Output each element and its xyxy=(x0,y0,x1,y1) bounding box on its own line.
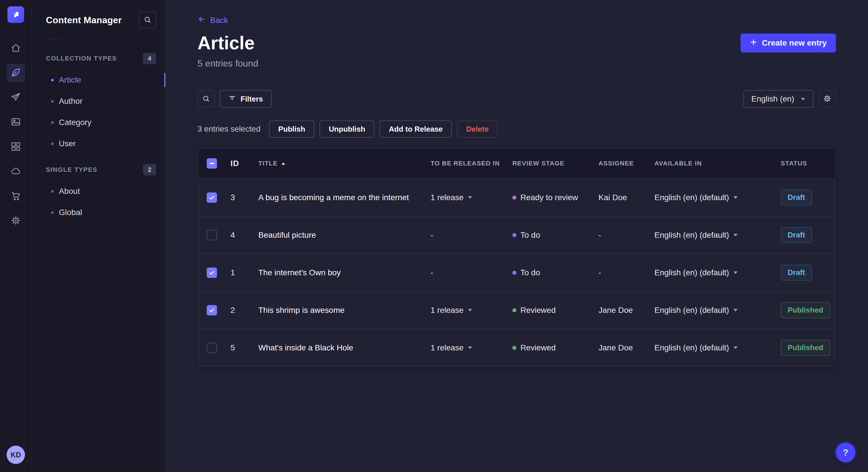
view-settings-button[interactable] xyxy=(818,90,836,107)
section-label: COLLECTION TYPES xyxy=(46,55,117,62)
nav-content-manager[interactable] xyxy=(7,64,25,82)
bullet-icon xyxy=(51,190,54,193)
strapi-logo[interactable] xyxy=(7,6,24,23)
cell-available-in[interactable]: English (en) (default) xyxy=(654,268,781,277)
row-checkbox[interactable] xyxy=(207,230,217,240)
gear-icon xyxy=(11,215,21,227)
table-body: 3 A bug is becoming a meme on the intern… xyxy=(198,178,835,366)
select-all-checkbox[interactable] xyxy=(207,158,217,169)
cell-available-in[interactable]: English (en) (default) xyxy=(654,231,781,240)
cell-id: 5 xyxy=(225,343,258,352)
table-row[interactable]: 5 What's inside a Black Hole 1 release R… xyxy=(198,329,835,366)
row-checkbox[interactable] xyxy=(207,305,217,315)
status-badge: Published xyxy=(781,340,830,356)
cell-available-in[interactable]: English (en) (default) xyxy=(654,306,781,315)
list-search-button[interactable] xyxy=(197,90,215,107)
row-checkbox[interactable] xyxy=(207,268,217,278)
locale-select[interactable]: English (en) xyxy=(743,90,813,108)
nav-transfer[interactable] xyxy=(7,88,25,107)
section-label: SINGLE TYPES xyxy=(46,166,97,173)
status-badge: Published xyxy=(781,302,830,318)
sidebar-item-about[interactable]: About xyxy=(32,181,165,202)
col-header-assignee[interactable]: ASSIGNEE xyxy=(598,160,654,167)
bulk-actions-bar: 3 entries selected Publish Unpublish Add… xyxy=(197,121,836,138)
section-collection-types: COLLECTION TYPES 4 Article Author Catego… xyxy=(32,53,165,154)
nav-marketplace[interactable] xyxy=(7,187,25,205)
cell-to-be-released-in[interactable]: - xyxy=(431,268,513,277)
status-badge: Draft xyxy=(781,265,812,281)
col-header-review-stage[interactable]: REVIEW STAGE xyxy=(513,160,598,167)
cell-status: Published xyxy=(781,302,836,318)
col-header-release[interactable]: TO BE RELEASED IN xyxy=(431,160,513,167)
cell-assignee: Kai Doe xyxy=(598,193,654,202)
cell-review-stage: Ready to review xyxy=(513,193,598,202)
cell-available-in[interactable]: English (en) (default) xyxy=(654,343,781,352)
home-icon xyxy=(11,43,21,54)
release-caret-icon xyxy=(468,308,472,312)
cell-title: A bug is becoming a meme on the internet xyxy=(258,193,431,202)
cell-title: This shrimp is awesome xyxy=(258,306,431,315)
col-header-title[interactable]: TITLE xyxy=(258,160,431,167)
col-header-status[interactable]: STATUS xyxy=(781,160,835,167)
sidebar-item-category[interactable]: Category xyxy=(32,112,165,133)
avatar[interactable]: KD xyxy=(7,446,25,464)
sidebar-item-label: User xyxy=(59,139,76,148)
sidebar-item-label: Category xyxy=(59,118,92,127)
filters-button[interactable]: Filters xyxy=(220,90,272,108)
sidebar-search-button[interactable] xyxy=(139,11,156,29)
cell-assignee: Jane Doe xyxy=(598,306,654,315)
table-row[interactable]: 3 A bug is becoming a meme on the intern… xyxy=(198,178,835,216)
sidebar-item-user[interactable]: User xyxy=(32,133,165,154)
nav-content-type-builder[interactable] xyxy=(7,138,25,156)
cell-to-be-released-in[interactable]: - xyxy=(431,231,513,240)
sidebar-item-article[interactable]: Article xyxy=(32,69,165,91)
cell-id: 4 xyxy=(225,231,258,240)
back-link[interactable]: Back xyxy=(197,15,228,26)
row-checkbox[interactable] xyxy=(207,193,217,203)
bullet-icon xyxy=(51,79,54,81)
strapi-logo-icon xyxy=(11,10,20,19)
cell-review-stage: To do xyxy=(513,231,598,240)
sidebar-item-label: About xyxy=(59,187,80,196)
help-button[interactable]: ? xyxy=(836,443,856,462)
table-row[interactable]: 1 The internet's Own boy - To do - Engli… xyxy=(198,254,835,291)
unpublish-button[interactable]: Unpublish xyxy=(319,121,374,138)
delete-button[interactable]: Delete xyxy=(457,121,498,138)
cell-id: 3 xyxy=(225,193,258,202)
cell-title: What's inside a Black Hole xyxy=(258,343,431,352)
main-content: Back Article 5 entries found Create new … xyxy=(165,0,868,472)
sidebar-item-global[interactable]: Global xyxy=(32,202,165,223)
table-row[interactable]: 4 Beautiful picture - To do - English (e… xyxy=(198,216,835,254)
table-header-row: ID TITLE TO BE RELEASED IN REVIEW STAGE … xyxy=(198,148,835,178)
nav-settings[interactable] xyxy=(7,212,25,230)
locale-caret-icon xyxy=(733,308,738,312)
cell-status: Draft xyxy=(781,227,835,243)
table-row[interactable]: 2 This shrimp is awesome 1 release Revie… xyxy=(198,291,835,329)
cell-available-in[interactable]: English (en) (default) xyxy=(654,193,781,202)
create-new-entry-button[interactable]: Create new entry xyxy=(741,34,836,53)
publish-button[interactable]: Publish xyxy=(269,121,314,138)
add-to-release-button[interactable]: Add to Release xyxy=(379,121,452,138)
sidebar-item-author[interactable]: Author xyxy=(32,91,165,112)
paper-plane-icon xyxy=(11,92,21,103)
review-stage-dot xyxy=(513,308,516,312)
cell-to-be-released-in[interactable]: 1 release xyxy=(431,193,513,202)
cell-assignee: - xyxy=(598,231,654,240)
gear-icon xyxy=(823,94,832,104)
row-checkbox[interactable] xyxy=(207,343,217,353)
cell-to-be-released-in[interactable]: 1 release xyxy=(431,343,513,352)
nav-media-library[interactable] xyxy=(7,113,25,131)
nav-cloud[interactable] xyxy=(7,162,25,181)
bullet-icon xyxy=(51,100,54,103)
question-mark-icon: ? xyxy=(843,447,848,458)
col-header-id[interactable]: ID xyxy=(225,159,258,168)
cell-to-be-released-in[interactable]: 1 release xyxy=(431,306,513,315)
locale-caret-icon xyxy=(733,233,738,237)
section-count-badge: 2 xyxy=(143,164,156,175)
section-single-types: SINGLE TYPES 2 About Global xyxy=(32,164,165,223)
bullet-icon xyxy=(51,121,54,124)
sort-ascending-icon xyxy=(281,162,286,165)
nav-home[interactable] xyxy=(7,39,25,57)
col-header-available-in[interactable]: AVAILABLE IN xyxy=(654,160,781,167)
review-stage-dot xyxy=(513,196,516,200)
